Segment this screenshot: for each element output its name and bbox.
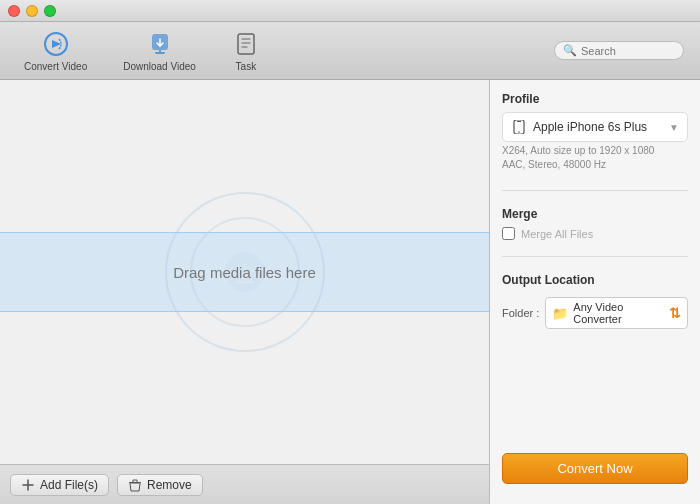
download-video-button[interactable]: Download Video — [115, 26, 204, 76]
right-panel: Profile Apple iPhone 6s Plus ▼ X264, Aut… — [490, 80, 700, 504]
svg-line-10 — [130, 483, 131, 491]
folder-row: Folder : 📁 Any Video Converter ⇅ — [502, 297, 688, 329]
folder-label: Folder : — [502, 307, 539, 319]
profile-dropdown-arrow: ▼ — [669, 122, 679, 133]
search-input[interactable] — [581, 45, 675, 57]
main-area: Drag media files here Add File(s) — [0, 80, 700, 504]
convert-video-button[interactable]: Convert Video — [16, 26, 95, 76]
title-bar — [0, 0, 700, 22]
remove-icon — [128, 478, 142, 492]
divider-1 — [502, 190, 688, 191]
profile-title: Profile — [502, 92, 688, 106]
svg-rect-1 — [238, 34, 254, 54]
folder-value: Any Video Converter — [573, 301, 664, 325]
drop-panel: Drag media files here Add File(s) — [0, 80, 490, 504]
folder-icon: 📁 — [552, 306, 568, 321]
convert-video-icon — [42, 30, 70, 58]
toolbar: Convert Video Download Video Task — [0, 22, 700, 80]
svg-point-18 — [518, 131, 520, 133]
task-icon — [232, 30, 260, 58]
output-title: Output Location — [502, 273, 688, 287]
remove-label: Remove — [147, 478, 192, 492]
convert-video-label: Convert Video — [24, 61, 87, 72]
task-label: Task — [236, 61, 257, 72]
convert-btn-area: Convert Now — [502, 453, 688, 492]
profile-section: Profile Apple iPhone 6s Plus ▼ X264, Aut… — [502, 92, 688, 174]
close-button[interactable] — [8, 5, 20, 17]
merge-all-label: Merge All Files — [521, 228, 593, 240]
profile-description: X264, Auto size up to 1920 x 1080AAC, St… — [502, 142, 688, 174]
maximize-button[interactable] — [44, 5, 56, 17]
remove-button[interactable]: Remove — [117, 474, 203, 496]
merge-all-checkbox[interactable] — [502, 227, 515, 240]
svg-rect-9 — [129, 482, 141, 484]
svg-line-11 — [139, 483, 140, 491]
task-button[interactable]: Task — [224, 26, 268, 76]
profile-name: Apple iPhone 6s Plus — [533, 120, 663, 134]
drop-area[interactable]: Drag media files here — [0, 80, 489, 464]
minimize-button[interactable] — [26, 5, 38, 17]
add-files-button[interactable]: Add File(s) — [10, 474, 109, 496]
profile-selector[interactable]: Apple iPhone 6s Plus ▼ — [502, 112, 688, 142]
folder-dropdown-arrow: ⇅ — [669, 305, 681, 321]
convert-now-button[interactable]: Convert Now — [502, 453, 688, 484]
search-box[interactable]: 🔍 — [554, 41, 684, 60]
bottom-bar: Add File(s) Remove — [0, 464, 489, 504]
add-files-label: Add File(s) — [40, 478, 98, 492]
divider-2 — [502, 256, 688, 257]
output-section: Output Location Folder : 📁 Any Video Con… — [502, 273, 688, 329]
phone-icon — [511, 119, 527, 135]
merge-section: Merge Merge All Files — [502, 207, 688, 240]
folder-selector[interactable]: 📁 Any Video Converter ⇅ — [545, 297, 688, 329]
drop-text: Drag media files here — [173, 264, 316, 281]
traffic-lights — [8, 5, 56, 17]
merge-title: Merge — [502, 207, 688, 221]
search-icon: 🔍 — [563, 44, 577, 57]
add-icon — [21, 478, 35, 492]
download-video-icon — [146, 30, 174, 58]
download-video-label: Download Video — [123, 61, 196, 72]
merge-checkbox-row: Merge All Files — [502, 227, 688, 240]
